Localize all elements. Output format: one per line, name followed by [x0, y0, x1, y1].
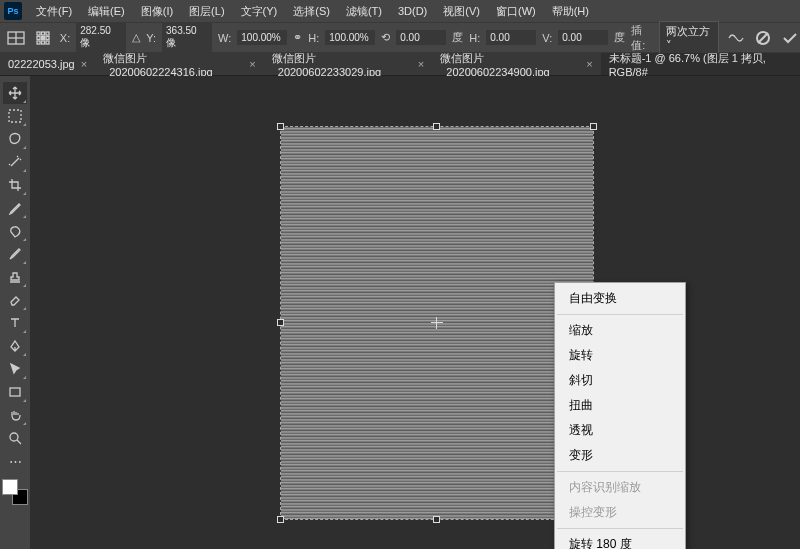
transform-icon[interactable]	[6, 26, 27, 50]
x-input[interactable]: 282.50 像	[76, 23, 126, 52]
ref-point-icon[interactable]	[33, 26, 54, 50]
angle-icon: ⟲	[381, 31, 390, 44]
menu-window[interactable]: 窗口(W)	[488, 1, 544, 22]
handle-ml[interactable]	[277, 319, 284, 326]
marquee-tool[interactable]	[3, 105, 27, 127]
separator	[557, 528, 683, 529]
handle-tm[interactable]	[433, 123, 440, 130]
y-input[interactable]: 363.50 像	[162, 23, 212, 52]
lasso-tool[interactable]	[3, 128, 27, 150]
svg-line-13	[758, 33, 768, 43]
type-tool[interactable]	[3, 312, 27, 334]
options-bar: X: 282.50 像 △ Y: 363.50 像 W: 100.00% ⚭ H…	[0, 22, 800, 52]
svg-rect-11	[46, 41, 49, 44]
separator	[557, 471, 683, 472]
menu-bar: Ps 文件(F) 编辑(E) 图像(I) 图层(L) 文字(Y) 选择(S) 滤…	[0, 0, 800, 22]
ctx-scale[interactable]: 缩放	[555, 318, 685, 343]
y-label: Y:	[146, 32, 156, 44]
hand-tool[interactable]	[3, 404, 27, 426]
menu-help[interactable]: 帮助(H)	[544, 1, 597, 22]
svg-rect-4	[42, 32, 45, 35]
close-icon[interactable]: ×	[249, 58, 255, 70]
close-icon[interactable]: ×	[81, 58, 87, 70]
path-select-tool[interactable]	[3, 358, 27, 380]
svg-rect-3	[37, 32, 40, 35]
handle-bl[interactable]	[277, 516, 284, 523]
handle-bm[interactable]	[433, 516, 440, 523]
menu-3d[interactable]: 3D(D)	[390, 2, 435, 20]
handle-tr[interactable]	[590, 123, 597, 130]
pen-tool[interactable]	[3, 335, 27, 357]
separator	[557, 314, 683, 315]
svg-rect-9	[37, 41, 40, 44]
svg-rect-10	[42, 41, 45, 44]
close-icon[interactable]: ×	[586, 58, 592, 70]
svg-point-16	[10, 433, 18, 441]
edit-toolbar[interactable]: ⋯	[3, 450, 27, 472]
svg-line-17	[17, 440, 21, 444]
ctx-rotate-180[interactable]: 旋转 180 度	[555, 532, 685, 549]
ref-point-icon[interactable]	[431, 317, 443, 329]
menu-select[interactable]: 选择(S)	[285, 1, 338, 22]
w-input[interactable]: 100.00%	[237, 30, 287, 45]
tool-panel: ⋯	[0, 76, 30, 549]
warp-mode-icon[interactable]	[725, 26, 746, 50]
hskew-input[interactable]: 0.00	[486, 30, 536, 45]
ctx-skew[interactable]: 斜切	[555, 368, 685, 393]
doc-tab-5[interactable]: 未标题-1 @ 66.7% (图层 1 拷贝, RGB/8#	[601, 53, 800, 75]
close-icon[interactable]: ×	[418, 58, 424, 70]
menu-image[interactable]: 图像(I)	[133, 1, 181, 22]
w-label: W:	[218, 32, 231, 44]
delta-icon[interactable]: △	[132, 31, 140, 44]
link-icon[interactable]: ⚭	[293, 31, 302, 44]
fg-color[interactable]	[2, 479, 18, 495]
svg-rect-6	[37, 36, 40, 39]
svg-rect-15	[10, 388, 20, 396]
ctx-distort[interactable]: 扭曲	[555, 393, 685, 418]
doc-tab-3[interactable]: 微信图片_20200602233029.jpg×	[264, 53, 433, 75]
app-logo: Ps	[4, 2, 22, 20]
menu-edit[interactable]: 编辑(E)	[80, 1, 133, 22]
cancel-icon[interactable]	[752, 26, 773, 50]
menu-filter[interactable]: 滤镜(T)	[338, 1, 390, 22]
wand-tool[interactable]	[3, 151, 27, 173]
svg-rect-7	[42, 36, 45, 39]
doc-tab-2[interactable]: 微信图片_20200602224316.jpg×	[95, 53, 264, 75]
ctx-content-aware: 内容识别缩放	[555, 475, 685, 500]
hskew-label: H:	[469, 32, 480, 44]
handle-tl[interactable]	[277, 123, 284, 130]
transform-bbox[interactable]	[280, 126, 594, 520]
color-swatches[interactable]	[2, 479, 28, 505]
eyedropper-tool[interactable]	[3, 197, 27, 219]
menu-layer[interactable]: 图层(L)	[181, 1, 232, 22]
heal-tool[interactable]	[3, 220, 27, 242]
zoom-tool[interactable]	[3, 427, 27, 449]
crop-tool[interactable]	[3, 174, 27, 196]
angle-input[interactable]: 0.00	[396, 30, 446, 45]
stamp-tool[interactable]	[3, 266, 27, 288]
menu-file[interactable]: 文件(F)	[28, 1, 80, 22]
shape-tool[interactable]	[3, 381, 27, 403]
ctx-rotate[interactable]: 旋转	[555, 343, 685, 368]
menu-type[interactable]: 文字(Y)	[233, 1, 286, 22]
vskew-label: V:	[542, 32, 552, 44]
svg-rect-5	[46, 32, 49, 35]
deg-label-2: 度	[614, 30, 625, 45]
eraser-tool[interactable]	[3, 289, 27, 311]
move-tool[interactable]	[3, 82, 27, 104]
brush-tool[interactable]	[3, 243, 27, 265]
ctx-warp[interactable]: 变形	[555, 443, 685, 468]
deg-label: 度	[452, 30, 463, 45]
context-menu: 自由变换 缩放 旋转 斜切 扭曲 透视 变形 内容识别缩放 操控变形 旋转 18…	[554, 282, 686, 549]
svg-rect-14	[9, 110, 21, 122]
interp-select[interactable]: 两次立方 ˅	[659, 21, 719, 55]
menu-view[interactable]: 视图(V)	[435, 1, 488, 22]
doc-tab-4[interactable]: 微信图片_20200602234900.jpg×	[432, 53, 601, 75]
h-label: H:	[308, 32, 319, 44]
vskew-input[interactable]: 0.00	[558, 30, 608, 45]
ctx-perspective[interactable]: 透视	[555, 418, 685, 443]
commit-icon[interactable]	[779, 26, 800, 50]
h-input[interactable]: 100.00%	[325, 30, 375, 45]
doc-tab-1[interactable]: 02222053.jpg×	[0, 53, 95, 75]
ctx-free-transform[interactable]: 自由变换	[555, 286, 685, 311]
